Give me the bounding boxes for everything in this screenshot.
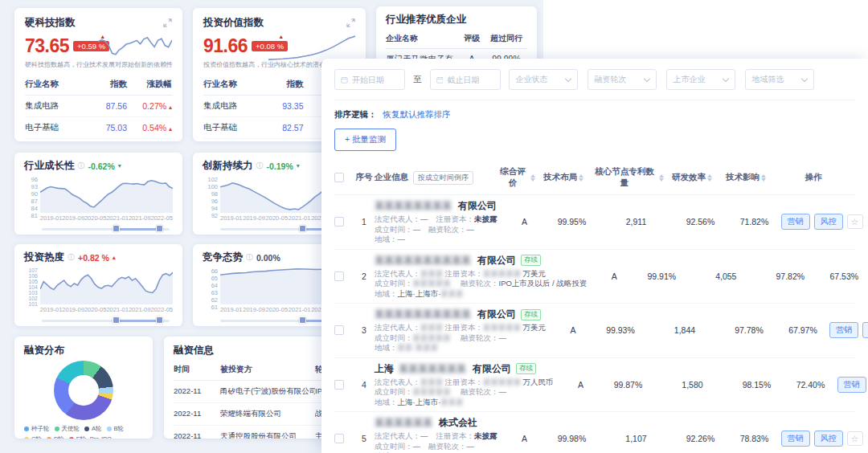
down-arrow-icon: ▾	[118, 162, 121, 169]
y-axis: 10210098969492	[203, 176, 220, 213]
change-percent: -0.62%	[88, 161, 115, 171]
chevron-down-icon	[564, 75, 571, 81]
company-table-row: 5 某某某某某某株式会社 法定代表人：—注册资本：未披露 成立时间：—融资轮次：…	[334, 412, 855, 453]
slider-handle-left[interactable]	[299, 225, 306, 232]
marketing-button[interactable]: 营销	[781, 214, 810, 230]
row-checkbox[interactable]	[334, 217, 344, 226]
restore-sort-link[interactable]: 恢复默认推荐排序	[383, 109, 451, 120]
core-patents: 4,055	[690, 271, 762, 281]
sort-header[interactable]: 核心节点专利数量	[592, 166, 664, 189]
overall-rating: A	[506, 434, 544, 443]
sort-header[interactable]: 研发效率	[664, 172, 720, 183]
sort-header[interactable]: 技术影响	[720, 172, 772, 183]
filter-select[interactable]: 上市企业	[666, 69, 735, 90]
legend-dot	[84, 426, 89, 431]
legend-item: D轮	[47, 435, 64, 439]
filter-select[interactable]: 地域筛选	[745, 69, 814, 90]
industry-row: 集成电路87.560.27% ▴	[25, 96, 172, 117]
company-table-row: 4 上海某某某某某某某有限公司存续 法定代表人：某某某注册资本：某某某某某万人民…	[334, 358, 855, 413]
row-checkbox[interactable]	[334, 434, 344, 443]
company-name[interactable]: 上海某某某某某某某有限公司存续	[375, 362, 562, 376]
row-checkbox[interactable]	[334, 325, 344, 335]
company-table-row: 1 某某某某某某某某有限公司 法定代表人：—注册资本：未披露 成立时间：—融资轮…	[334, 195, 855, 250]
filter-select[interactable]: 企业状态	[509, 69, 578, 90]
table-header: 行业名称 指数 涨跌幅	[25, 76, 172, 96]
row-checkbox[interactable]	[334, 380, 344, 390]
legend-dot	[69, 437, 74, 439]
risk-button[interactable]: 风控	[862, 322, 868, 338]
up-arrow-icon: ▴	[169, 104, 172, 111]
sort-header[interactable]: 综合评价	[497, 166, 535, 189]
sparkline-chart	[98, 31, 172, 63]
end-date-input[interactable]	[430, 69, 501, 90]
panel-title: 行业推荐优质企业	[386, 13, 466, 27]
marketing-button[interactable]: 营销	[829, 322, 858, 338]
favorite-star-button[interactable]: ☆	[847, 214, 863, 229]
batch-monitor-button[interactable]: + 批量监测	[334, 129, 396, 151]
industry-index-table: 行业名称 指数 涨跌幅 集成电路87.560.27% ▴电子基础75.030.5…	[25, 76, 172, 141]
company-name[interactable]: 某某某某某某某某某某有限公司存续	[375, 308, 554, 321]
marketing-button[interactable]: 营销	[837, 377, 866, 393]
company-list-overlay: 至 企业状态融资轮次上市企业地域筛选 排序逻辑： 恢复默认推荐排序 + 批量监测…	[321, 59, 868, 453]
tech-layout: 99.87%	[600, 380, 657, 390]
calendar-icon	[436, 76, 444, 84]
risk-button[interactable]: 风控	[814, 214, 843, 230]
tech-impact: 78.83%	[729, 434, 780, 443]
filter-bar: 至 企业状态融资轮次上市企业地域筛选	[334, 69, 855, 100]
rnd-efficiency: 92.26%	[673, 434, 729, 443]
core-patents: 1,580	[657, 380, 729, 390]
invest-heat-panel: 投资热度 ⓘ +0.82 % ▴ 107106105104103102101 2…	[14, 244, 182, 326]
sort-logic-row: 排序逻辑： 恢复默认推荐排序	[334, 109, 855, 120]
industry-row: 消费电子68.960.60% ▴	[25, 139, 172, 141]
start-date-input[interactable]	[334, 69, 405, 90]
sort-icon	[579, 174, 583, 182]
donut-chart	[54, 361, 113, 420]
legend-item: C轮	[24, 435, 42, 439]
info-icon[interactable]: ⓘ	[246, 252, 253, 263]
chevron-down-icon	[800, 75, 807, 81]
tech-impact: 67.97%	[777, 325, 829, 335]
hard-tech-index-panel: 硬科技指数 73.65▲+0.59 % 硬科技指数越高，行业技术发展对原始创新的…	[14, 8, 182, 141]
slider-handle-left[interactable]	[299, 316, 306, 324]
company-name[interactable]: 某某某某某某某某某某有限公司存续	[375, 254, 595, 267]
marketing-button[interactable]: 营销	[781, 431, 810, 447]
info-icon[interactable]: ⓘ	[256, 161, 264, 171]
panel-title: 创新持续力	[203, 159, 253, 173]
dashboard-screen: 硬科技指数 73.65▲+0.59 % 硬科技指数越高，行业技术发展对原始创新的…	[0, 0, 868, 453]
overall-rating: A	[506, 217, 544, 226]
slider-handle-right[interactable]	[156, 225, 163, 232]
date-range-slider[interactable]	[42, 316, 170, 324]
company-name[interactable]: 某某某某某某株式会社	[375, 416, 506, 430]
sort-header[interactable]: 技术布局	[535, 172, 592, 183]
company-name[interactable]: 某某某某某某某某有限公司	[375, 199, 506, 213]
index-value: 91.66	[203, 35, 248, 56]
select-all-checkbox[interactable]	[334, 173, 344, 182]
line-chart	[40, 176, 173, 213]
table-header: 企业名称 评级 超过同行	[386, 31, 527, 49]
y-axis: 969390878481	[24, 176, 40, 213]
date-range-slider[interactable]	[42, 225, 170, 233]
investee-name: 天通控股股份有限公司	[220, 431, 315, 439]
slider-handle-left[interactable]	[113, 316, 120, 324]
financing-distribution-panel: 融资分布 种子轮天使轮A轮B轮C轮D轮E轮~Pre-IPO战略投资并购新三板IP…	[14, 337, 153, 439]
expand-icon[interactable]	[346, 18, 355, 27]
down-arrow-icon: ▾	[297, 162, 300, 169]
company-table-body: 1 某某某某某某某某有限公司 法定代表人：—注册资本：未披露 成立时间：—融资轮…	[334, 195, 855, 453]
chart-legend: 种子轮天使轮A轮B轮C轮D轮E轮~Pre-IPO战略投资并购新三板IPO上市及以…	[24, 425, 143, 439]
slider-handle-left[interactable]	[113, 225, 120, 232]
legend-item: A轮	[84, 425, 102, 433]
favorite-star-button[interactable]: ☆	[847, 431, 863, 446]
filter-select[interactable]: 融资轮次	[588, 69, 657, 90]
line-chart	[40, 267, 173, 304]
risk-button[interactable]: 风控	[814, 431, 843, 447]
info-icon[interactable]: ⓘ	[78, 161, 85, 171]
rnd-efficiency: 97.78%	[721, 325, 777, 335]
info-icon[interactable]: ⓘ	[68, 252, 75, 263]
slider-handle-right[interactable]	[156, 316, 163, 324]
row-checkbox[interactable]	[334, 271, 344, 281]
rnd-efficiency: 92.56%	[673, 217, 729, 226]
legend-item: 种子轮	[24, 425, 50, 433]
expand-icon[interactable]	[163, 18, 172, 27]
sort-by-founded-button[interactable]: 按成立时间倒序	[413, 171, 473, 185]
investee-name: 荣耀终端有限公司	[220, 409, 315, 419]
